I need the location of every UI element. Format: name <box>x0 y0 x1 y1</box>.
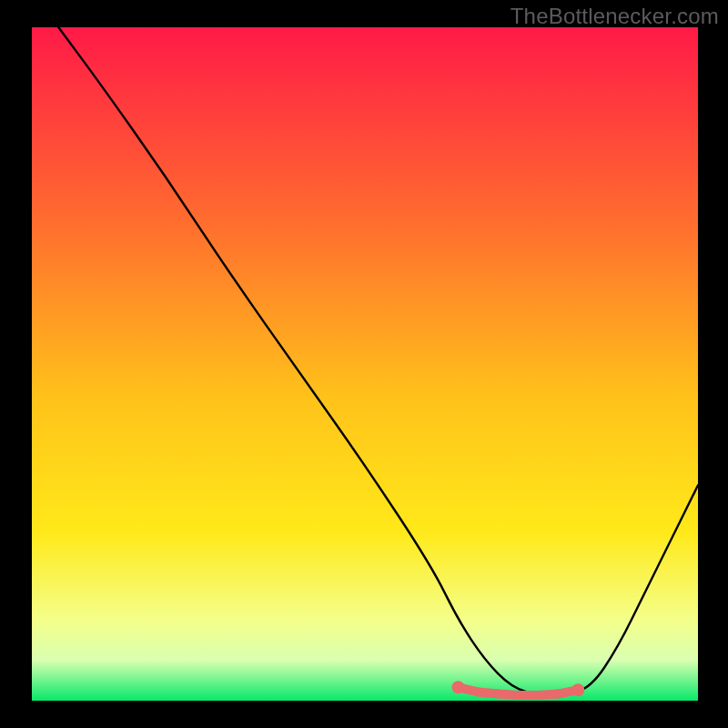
optimal-range-dot <box>533 691 542 700</box>
optimal-range-dot <box>473 687 482 696</box>
optimal-range-dot <box>513 691 522 700</box>
optimal-range-dot <box>452 681 465 693</box>
bottleneck-chart <box>0 0 728 728</box>
watermark-text: TheBottlenecker.com <box>511 4 719 29</box>
optimal-range-dot <box>493 690 502 699</box>
optimal-range-dot <box>571 683 584 696</box>
optimal-range-dot <box>553 690 562 699</box>
